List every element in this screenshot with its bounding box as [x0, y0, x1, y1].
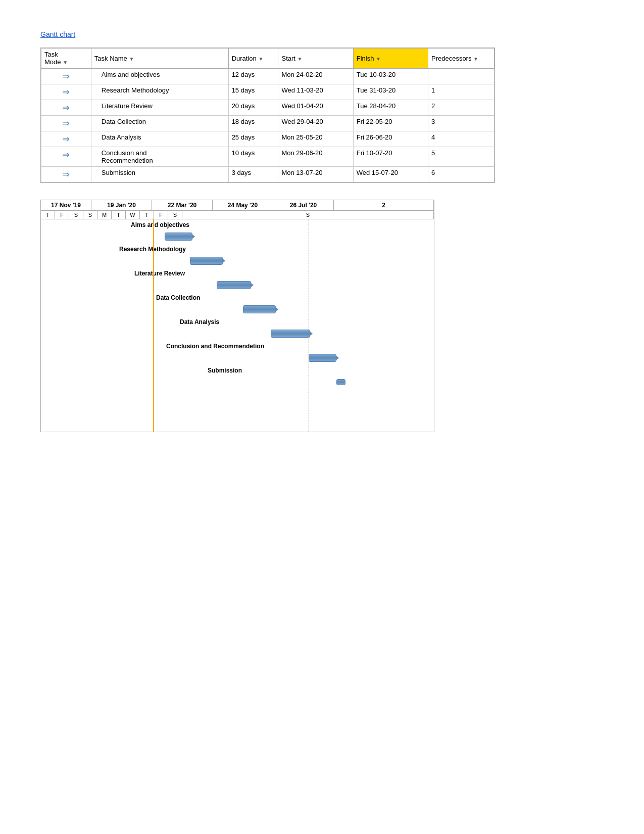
gantt-bar-research: [190, 257, 223, 265]
dropdown-arrow-duration[interactable]: ▼: [258, 56, 263, 62]
sub-s2: S: [83, 211, 97, 219]
gantt-label-literature: Literature Review: [134, 270, 185, 277]
task-icon-cell: ⇒: [41, 131, 91, 147]
task-start-cell: Wed 01-04-20: [278, 100, 353, 116]
col-header-task-mode[interactable]: TaskMode ▼: [41, 49, 91, 69]
task-mode-icon: ⇒: [62, 118, 70, 129]
sub-t1: T: [41, 211, 55, 219]
task-pred-cell: 4: [428, 131, 494, 147]
gantt-table-wrapper: TaskMode ▼ Task Name ▼ Duration ▼ Start …: [40, 48, 495, 183]
gantt-header-cell-jul: 26 Jul '20: [273, 200, 334, 210]
task-name-cell: Data Collection: [91, 116, 228, 131]
gantt-row-research: Research Methodology: [41, 244, 434, 268]
gantt-title: Gantt chart: [40, 30, 604, 38]
task-mode-icon: ⇒: [62, 169, 70, 180]
task-finish-cell: Fri 26-06-20: [353, 131, 428, 147]
sub-w1: W: [126, 211, 140, 219]
gantt-label-dataanalysis: Data Analysis: [180, 318, 219, 326]
milestone-line: [309, 219, 309, 432]
task-finish-cell: Fri 22-05-20: [353, 116, 428, 131]
gantt-bar-aims: [165, 233, 192, 241]
task-pred-cell: [428, 68, 494, 84]
table-row: ⇒ Research Methodology 15 days Wed 11-03…: [41, 84, 494, 100]
dropdown-arrow-mode[interactable]: ▼: [63, 60, 68, 65]
task-duration-cell: 12 days: [228, 68, 278, 84]
task-finish-cell: Fri 10-07-20: [353, 147, 428, 167]
task-pred-cell: 3: [428, 116, 494, 131]
task-start-cell: Mon 13-07-20: [278, 167, 353, 182]
task-icon-cell: ⇒: [41, 100, 91, 116]
today-marker: [153, 219, 154, 432]
sub-t2: T: [112, 211, 126, 219]
gantt-body: Aims and objectives Research Methodology…: [41, 219, 434, 432]
sub-f2: F: [154, 211, 168, 219]
col-header-duration[interactable]: Duration ▼: [228, 49, 278, 69]
gantt-label-datacollection: Data Collection: [156, 294, 200, 301]
sub-t3: T: [140, 211, 154, 219]
sub-s4: S: [182, 211, 434, 219]
task-duration-cell: 20 days: [228, 100, 278, 116]
task-pred-cell: 6: [428, 167, 494, 182]
task-name-cell: Literature Review: [91, 100, 228, 116]
sub-s3: S: [168, 211, 182, 219]
dropdown-arrow-predecessors[interactable]: ▼: [473, 56, 478, 62]
gantt-bar-literature: [217, 281, 251, 289]
task-name-cell: Submission: [91, 167, 228, 182]
gantt-row-dataanalysis: Data Analysis: [41, 316, 434, 341]
task-mode-icon: ⇒: [62, 133, 70, 145]
bar-arrow-aims: [192, 234, 195, 239]
gantt-header-cell-mar: 22 Mar '20: [152, 200, 213, 210]
col-header-predecessors[interactable]: Predecessors ▼: [428, 49, 494, 69]
sub-m1: M: [97, 211, 112, 219]
task-mode-icon: ⇒: [62, 102, 70, 113]
task-pred-cell: 2: [428, 100, 494, 116]
gantt-subheader-row: T F S S M T W T F S S: [41, 211, 434, 219]
col-header-start[interactable]: Start ▼: [278, 49, 353, 69]
task-mode-icon: ⇒: [62, 71, 70, 82]
task-icon-cell: ⇒: [41, 68, 91, 84]
task-mode-icon: ⇒: [62, 86, 70, 98]
bar-arrow-conclusion: [336, 355, 339, 360]
sub-f1: F: [55, 211, 69, 219]
gantt-header-cell-nov: 17 Nov '19: [41, 200, 91, 210]
gantt-header-cell-extra: 2: [334, 200, 434, 210]
task-start-cell: Mon 29-06-20: [278, 147, 353, 167]
task-duration-cell: 15 days: [228, 84, 278, 100]
task-finish-cell: Tue 31-03-20: [353, 84, 428, 100]
bar-arrow-dataanalysis: [310, 331, 313, 336]
task-duration-cell: 18 days: [228, 116, 278, 131]
gantt-label-conclusion: Conclusion and Recommendetion: [166, 343, 264, 350]
gantt-row-datacollection: Data Collection: [41, 292, 434, 316]
task-name-cell: Aims and objectives: [91, 68, 228, 84]
task-pred-cell: 5: [428, 147, 494, 167]
gantt-bar-datacollection: [243, 305, 276, 313]
gantt-bar-conclusion: [309, 354, 336, 362]
table-row: ⇒ Conclusion andRecommendetion 10 days M…: [41, 147, 494, 167]
task-start-cell: Mon 25-05-20: [278, 131, 353, 147]
gantt-visual: 17 Nov '19 19 Jan '20 22 Mar '20 24 May …: [40, 200, 434, 432]
task-name-cell: Data Analysis: [91, 131, 228, 147]
col-header-task-name[interactable]: Task Name ▼: [91, 49, 228, 69]
col-header-finish[interactable]: Finish ▼: [353, 49, 428, 69]
task-pred-cell: 1: [428, 84, 494, 100]
task-name-cell: Conclusion andRecommendetion: [91, 147, 228, 167]
task-icon-cell: ⇒: [41, 147, 91, 167]
task-icon-cell: ⇒: [41, 167, 91, 182]
dropdown-arrow-finish[interactable]: ▼: [376, 56, 381, 62]
task-finish-cell: Tue 10-03-20: [353, 68, 428, 84]
task-icon-cell: ⇒: [41, 84, 91, 100]
gantt-row-aims: Aims and objectives: [41, 219, 434, 244]
dropdown-arrow-start[interactable]: ▼: [298, 56, 303, 62]
gantt-row-literature: Literature Review: [41, 268, 434, 292]
bar-arrow-literature: [251, 283, 254, 288]
task-start-cell: Wed 11-03-20: [278, 84, 353, 100]
table-row: ⇒ Submission 3 days Mon 13-07-20 Wed 15-…: [41, 167, 494, 182]
task-duration-cell: 10 days: [228, 147, 278, 167]
gantt-header-row: 17 Nov '19 19 Jan '20 22 Mar '20 24 May …: [41, 200, 434, 211]
gantt-row-submission: Submission: [41, 365, 434, 389]
dropdown-arrow-name[interactable]: ▼: [129, 56, 134, 62]
gantt-body-inner: Aims and objectives Research Methodology…: [41, 219, 434, 432]
task-duration-cell: 3 days: [228, 167, 278, 182]
task-duration-cell: 25 days: [228, 131, 278, 147]
table-row: ⇒ Data Collection 18 days Wed 29-04-20 F…: [41, 116, 494, 131]
